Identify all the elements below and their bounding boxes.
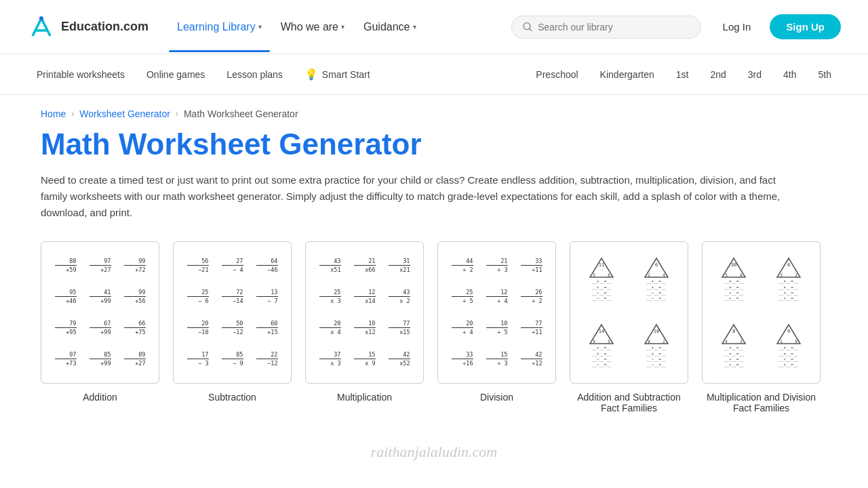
card-mult-div-fact-label: Multiplication and Division Fact Familie… bbox=[702, 392, 821, 413]
svg-text:10: 10 bbox=[654, 329, 659, 334]
breadcrumb: Home › Worksheet Generator › Math Worksh… bbox=[0, 95, 868, 127]
svg-point-1 bbox=[39, 16, 43, 20]
header: Education.com Learning Library ▾ Who we … bbox=[0, 0, 868, 54]
main-nav: Learning Library ▾ Who we are ▾ Guidance… bbox=[169, 16, 425, 39]
card-division-preview: 44÷ 2 21÷ 3 33÷11 25÷ 5 12÷ 4 26÷ 2 20÷ … bbox=[437, 241, 556, 384]
card-mult-div-fact-family[interactable]: 30 5 6 __×__=____×__=____÷__=____÷__=__ … bbox=[702, 241, 821, 413]
search-bar[interactable] bbox=[511, 16, 701, 39]
header-actions: Log In Sign Up bbox=[715, 14, 841, 39]
card-addition-label: Addition bbox=[83, 392, 117, 403]
subnav-left: Printable worksheets Online games Lesson… bbox=[27, 62, 524, 86]
logo-text: Education.com bbox=[61, 20, 149, 34]
main-content: Math Worksheet Generator Need to create … bbox=[0, 127, 868, 441]
subnav-3rd[interactable]: 3rd bbox=[738, 64, 771, 85]
triangle-icon: 9 1 9 bbox=[776, 323, 802, 345]
triangle-icon: 10 8 2 bbox=[644, 323, 669, 345]
card-addition[interactable]: 88+59 97+27 99+72 95+46 41+99 99+56 79+9… bbox=[41, 241, 159, 413]
card-subtraction-label: Subtraction bbox=[208, 392, 256, 403]
bulb-icon: 💡 bbox=[304, 68, 318, 81]
triangle-icon: 30 5 6 bbox=[721, 257, 747, 279]
chevron-right-icon: › bbox=[71, 109, 74, 119]
svg-text:5: 5 bbox=[593, 272, 595, 277]
svg-text:6: 6 bbox=[608, 272, 610, 277]
page-title: Math Worksheet Generator bbox=[41, 127, 827, 161]
svg-text:2: 2 bbox=[740, 339, 743, 344]
logo-icon bbox=[27, 13, 56, 41]
card-multiplication-label: Multiplication bbox=[337, 392, 392, 403]
svg-text:6: 6 bbox=[655, 262, 658, 268]
card-add-sub-fact-preview: 11 5 6 __+__=____+__=____−__=____−__=__ … bbox=[570, 241, 688, 384]
card-multiplication-preview: 43x51 21x66 31x21 25x 3 12x14 43x 2 20x … bbox=[305, 241, 424, 384]
logo[interactable]: Education.com bbox=[27, 13, 149, 41]
svg-text:2: 2 bbox=[648, 272, 650, 277]
subnav-1st[interactable]: 1st bbox=[667, 64, 698, 85]
subnav-right: Preschool Kindergarten 1st 2nd 3rd 4th 5… bbox=[526, 64, 841, 85]
search-icon bbox=[523, 22, 533, 33]
subnav-preschool[interactable]: Preschool bbox=[526, 64, 587, 85]
svg-text:6: 6 bbox=[787, 262, 790, 268]
triangle-icon: 8 4 2 bbox=[721, 323, 747, 345]
breadcrumb-current: Math Worksheet Generator bbox=[184, 108, 298, 119]
subnav-5th[interactable]: 5th bbox=[809, 64, 841, 85]
svg-text:9: 9 bbox=[787, 329, 790, 334]
svg-text:3: 3 bbox=[780, 272, 783, 277]
svg-text:5: 5 bbox=[608, 339, 610, 344]
subnav-kindergarten[interactable]: Kindergarten bbox=[591, 64, 664, 85]
subnav-smart-start[interactable]: 💡 Smart Start bbox=[295, 62, 380, 86]
nav-learning-library[interactable]: Learning Library ▾ bbox=[169, 16, 270, 39]
svg-text:9: 9 bbox=[795, 339, 797, 344]
chevron-down-icon: ▾ bbox=[341, 23, 344, 30]
svg-text:2: 2 bbox=[795, 272, 797, 277]
svg-text:2: 2 bbox=[663, 339, 665, 344]
subnav-lesson-plans[interactable]: Lesson plans bbox=[217, 64, 292, 85]
card-mult-div-fact-preview: 30 5 6 __×__=____×__=____÷__=____÷__=__ … bbox=[702, 241, 821, 384]
svg-text:8: 8 bbox=[648, 339, 650, 344]
card-add-sub-fact-family[interactable]: 11 5 6 __+__=____+__=____−__=____−__=__ … bbox=[570, 241, 688, 413]
subnav-printable[interactable]: Printable worksheets bbox=[27, 64, 134, 85]
svg-text:1: 1 bbox=[780, 339, 783, 344]
subnav-4th[interactable]: 4th bbox=[774, 64, 806, 85]
worksheet-cards-grid: 88+59 97+27 99+72 95+46 41+99 99+56 79+9… bbox=[41, 241, 827, 413]
triangle-icon: 6 3 2 bbox=[776, 257, 802, 279]
search-input[interactable] bbox=[538, 22, 689, 33]
card-subtraction[interactable]: 56−21 27− 4 64−46 25− 6 72−14 13− 7 20−1… bbox=[173, 241, 292, 413]
page-description: Need to create a timed test or just want… bbox=[41, 172, 787, 221]
card-multiplication[interactable]: 43x51 21x66 31x21 25x 3 12x14 43x 2 20x … bbox=[305, 241, 424, 413]
svg-text:6: 6 bbox=[740, 272, 743, 277]
svg-text:8: 8 bbox=[732, 329, 735, 334]
subnav: Printable worksheets Online games Lesson… bbox=[0, 54, 868, 95]
card-subtraction-preview: 56−21 27− 4 64−46 25− 6 72−14 13− 7 20−1… bbox=[173, 241, 292, 384]
svg-text:30: 30 bbox=[731, 262, 736, 268]
svg-text:11: 11 bbox=[599, 262, 604, 268]
nav-who-we-are[interactable]: Who we are ▾ bbox=[273, 16, 353, 39]
triangle-icon: 14 9 5 bbox=[589, 323, 614, 345]
subnav-2nd[interactable]: 2nd bbox=[701, 64, 735, 85]
card-add-sub-fact-label: Addition and Subtraction Fact Families bbox=[570, 392, 688, 413]
triangle-icon: 6 2 4 bbox=[644, 257, 669, 279]
card-addition-preview: 88+59 97+27 99+72 95+46 41+99 99+56 79+9… bbox=[41, 241, 159, 384]
card-division[interactable]: 44÷ 2 21÷ 3 33÷11 25÷ 5 12÷ 4 26÷ 2 20÷ … bbox=[437, 241, 556, 413]
svg-text:5: 5 bbox=[725, 272, 728, 277]
chevron-right-icon: › bbox=[176, 109, 178, 119]
card-division-label: Division bbox=[480, 392, 513, 403]
breadcrumb-home[interactable]: Home bbox=[41, 108, 66, 119]
nav-guidance[interactable]: Guidance ▾ bbox=[355, 16, 425, 39]
chevron-down-icon: ▾ bbox=[258, 23, 262, 30]
subnav-online-games[interactable]: Online games bbox=[137, 64, 214, 85]
signup-button[interactable]: Sign Up bbox=[770, 14, 841, 39]
svg-text:14: 14 bbox=[599, 329, 604, 334]
svg-text:9: 9 bbox=[593, 339, 595, 344]
login-button[interactable]: Log In bbox=[715, 16, 760, 38]
chevron-down-icon: ▾ bbox=[413, 23, 416, 30]
triangle-icon: 11 5 6 bbox=[589, 257, 614, 279]
breadcrumb-worksheet-generator[interactable]: Worksheet Generator bbox=[79, 108, 170, 119]
svg-text:4: 4 bbox=[725, 339, 728, 344]
svg-text:4: 4 bbox=[663, 272, 665, 277]
